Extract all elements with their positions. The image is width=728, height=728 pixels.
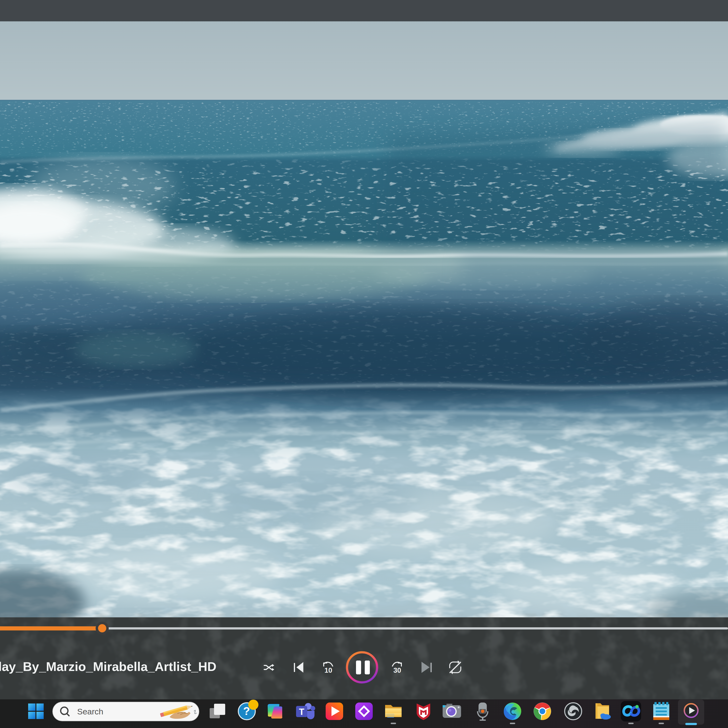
svg-text:10: 10	[324, 666, 332, 674]
svg-text:T: T	[299, 707, 304, 717]
svg-text:Search: Search	[77, 707, 103, 716]
svg-text:30: 30	[393, 666, 401, 674]
